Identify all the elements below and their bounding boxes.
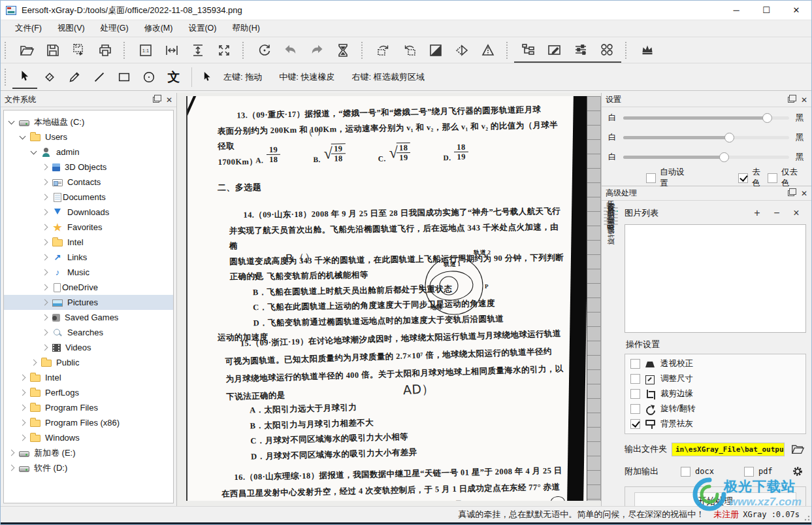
actual-size-button[interactable]: 1:1 bbox=[133, 39, 159, 61]
tree-item[interactable]: 本地磁盘 (C:) bbox=[4, 114, 173, 129]
chevron-icon[interactable] bbox=[42, 179, 48, 186]
chevron-icon[interactable] bbox=[42, 299, 48, 306]
save-as-button[interactable] bbox=[66, 39, 92, 61]
output-folder-path[interactable]: in\esXGray_File\bat_output bbox=[672, 443, 785, 456]
pdf-output-checkbox[interactable]: pdf bbox=[744, 467, 773, 477]
add-image-button[interactable]: + bbox=[747, 206, 767, 220]
fit-window-button[interactable] bbox=[211, 39, 237, 61]
tree-item[interactable]: Intel bbox=[4, 370, 173, 385]
toolbar-grip[interactable] bbox=[506, 42, 510, 59]
remove-image-button[interactable]: − bbox=[767, 206, 787, 220]
chevron-icon[interactable] bbox=[42, 269, 48, 276]
file-tree-panel-toggle[interactable] bbox=[515, 39, 542, 61]
float-panel-icon[interactable] bbox=[153, 97, 159, 103]
slider-track[interactable] bbox=[623, 136, 789, 139]
toolbar-grip[interactable] bbox=[361, 42, 365, 59]
menu-item[interactable]: 设置(O) bbox=[180, 20, 224, 37]
close-button[interactable]: ✕ bbox=[781, 1, 811, 20]
float-panel-icon[interactable] bbox=[788, 190, 794, 196]
image-list-box[interactable] bbox=[625, 224, 806, 333]
toolbar-grip[interactable] bbox=[242, 42, 246, 59]
chevron-icon[interactable] bbox=[42, 239, 48, 246]
checkbox[interactable] bbox=[738, 173, 748, 183]
tree-item[interactable]: OneDrive bbox=[4, 280, 173, 295]
flip-diagonal-button[interactable] bbox=[423, 39, 449, 61]
chevron-icon[interactable] bbox=[42, 345, 48, 351]
start-processing-button[interactable]: 开始处理 bbox=[634, 492, 796, 506]
menu-item[interactable]: 修改(M) bbox=[137, 20, 181, 37]
slider-track[interactable] bbox=[623, 156, 789, 159]
chevron-icon[interactable] bbox=[42, 194, 48, 201]
save-button[interactable] bbox=[40, 39, 66, 61]
chevron-icon[interactable] bbox=[20, 390, 26, 396]
tree-item[interactable]: 3D Objects bbox=[4, 160, 173, 175]
flip-horizontal-button[interactable] bbox=[449, 39, 475, 61]
tree-item[interactable]: ♪ Music bbox=[4, 265, 173, 280]
checkbox[interactable] bbox=[630, 419, 640, 429]
checkbox[interactable] bbox=[646, 173, 656, 183]
chevron-icon[interactable] bbox=[42, 164, 48, 171]
slider-thumb[interactable] bbox=[724, 133, 734, 143]
checkbox[interactable] bbox=[630, 389, 640, 399]
clear-image-list-button[interactable]: × bbox=[787, 206, 806, 220]
output-settings-button[interactable] bbox=[789, 464, 806, 479]
chevron-icon[interactable] bbox=[20, 405, 26, 411]
open-button[interactable] bbox=[14, 39, 40, 61]
tree-item[interactable]: Users bbox=[4, 129, 173, 144]
chevron-icon[interactable] bbox=[31, 148, 37, 154]
chevron-icon[interactable] bbox=[42, 284, 48, 291]
chevron-icon[interactable] bbox=[20, 420, 26, 426]
text-tool[interactable]: 文 bbox=[161, 65, 186, 89]
advanced-tab[interactable]: 旋转/翻转(R) bbox=[604, 224, 618, 225]
menu-item[interactable]: 帮助(H) bbox=[225, 20, 268, 37]
chevron-icon[interactable] bbox=[20, 133, 26, 139]
chevron-icon[interactable] bbox=[20, 435, 26, 441]
fit-height-button[interactable] bbox=[185, 39, 211, 61]
operation-option[interactable]: 背景祛灰 bbox=[630, 418, 800, 430]
settings-checkbox[interactable]: 仅去色 bbox=[768, 167, 805, 189]
chevron-icon[interactable] bbox=[42, 224, 48, 231]
tree-item[interactable]: Searches bbox=[4, 325, 173, 340]
undo-button[interactable] bbox=[278, 39, 304, 61]
resize-grip[interactable] bbox=[802, 513, 810, 521]
checkbox[interactable] bbox=[630, 404, 640, 414]
tree-item[interactable]: 软件 (D:) bbox=[4, 460, 173, 475]
browse-folder-button[interactable] bbox=[789, 442, 806, 456]
tree-item[interactable]: Saved Games bbox=[4, 310, 173, 325]
chevron-icon[interactable] bbox=[42, 254, 48, 261]
redo-button[interactable] bbox=[304, 39, 330, 61]
tree-item[interactable]: Pictures bbox=[4, 295, 173, 310]
tree-item[interactable]: Windows bbox=[4, 430, 173, 445]
checkbox[interactable] bbox=[630, 359, 640, 369]
chevron-icon[interactable] bbox=[8, 450, 15, 456]
tree-item[interactable]: Videos bbox=[4, 340, 173, 355]
minimize-button[interactable]: ─ bbox=[721, 1, 751, 20]
toolbar-grip[interactable] bbox=[5, 42, 8, 59]
toolbar-grip[interactable] bbox=[123, 42, 127, 59]
rectangle-tool[interactable] bbox=[112, 65, 137, 89]
line-tool[interactable] bbox=[87, 65, 112, 89]
tree-item[interactable]: ★ Favorites bbox=[4, 220, 173, 235]
tree-item[interactable]: admin bbox=[4, 144, 173, 160]
docx-output-checkbox[interactable]: docx bbox=[681, 467, 714, 477]
slider-thumb[interactable] bbox=[719, 152, 729, 162]
flip-vertical-button[interactable] bbox=[475, 39, 501, 61]
tree-item[interactable]: PerfLogs bbox=[4, 385, 173, 400]
checkbox[interactable] bbox=[630, 374, 640, 384]
register-button[interactable] bbox=[634, 39, 660, 61]
operation-option[interactable]: 调整尺寸 bbox=[630, 373, 800, 384]
slider-track[interactable] bbox=[623, 116, 789, 120]
close-panel-icon[interactable]: ✕ bbox=[166, 96, 172, 104]
chevron-icon[interactable] bbox=[42, 314, 48, 321]
rotate-right-button[interactable] bbox=[370, 39, 397, 61]
history-button[interactable] bbox=[330, 39, 356, 61]
tree-item[interactable]: Downloads bbox=[4, 205, 173, 220]
checkbox[interactable] bbox=[744, 467, 754, 477]
menu-item[interactable]: 处理(G) bbox=[93, 20, 137, 37]
eraser-tool[interactable] bbox=[37, 65, 62, 89]
settings-panel-toggle[interactable] bbox=[568, 39, 594, 61]
chevron-icon[interactable] bbox=[42, 330, 48, 336]
slider-thumb[interactable] bbox=[762, 113, 772, 123]
pencil-tool[interactable] bbox=[62, 65, 87, 89]
menu-item[interactable]: 视图(V) bbox=[50, 20, 93, 37]
